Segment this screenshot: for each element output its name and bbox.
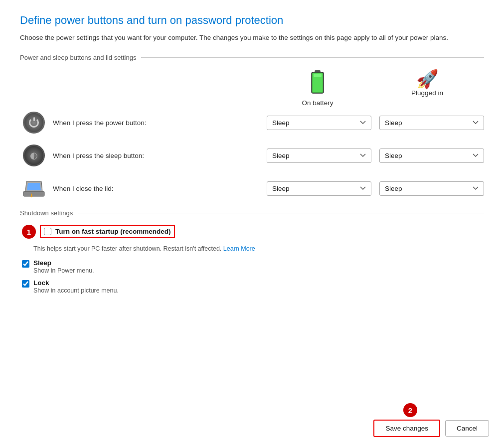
sleep-label: Sleep <box>33 259 94 267</box>
lid-battery-dropdown[interactable]: Do nothing Sleep Hibernate Shut down Tur… <box>267 181 371 196</box>
lid-row: ⬇ When I close the lid: Do nothing Sleep… <box>20 176 484 200</box>
svg-rect-3 <box>314 74 322 77</box>
sleep-checkbox-row: Sleep Show in Power menu. <box>22 259 484 274</box>
power-button-battery-dropdown-wrapper: Do nothing Sleep Hibernate Shut down Tur… <box>267 116 371 130</box>
svg-marker-6 <box>27 183 41 190</box>
plugged-column-label: Plugged in <box>411 89 443 97</box>
plugged-column-header: 🚀 Plugged in <box>372 70 482 107</box>
lid-label: When I close the lid: <box>53 185 197 192</box>
bottom-bar: 2 Save changes Cancel <box>0 412 504 445</box>
page-title: Define power buttons and turn on passwor… <box>20 14 484 27</box>
sleep-button-plugged-dropdown[interactable]: Do nothing Sleep Hibernate Shut down Tur… <box>379 148 484 163</box>
svg-text:⬇: ⬇ <box>29 193 33 198</box>
battery-icon <box>311 70 325 98</box>
page-description: Choose the power settings that you want … <box>20 33 449 43</box>
save-changes-button[interactable]: Save changes <box>373 420 440 437</box>
annotation-badge-1: 1 <box>22 225 36 239</box>
column-headers: On battery 🚀 Plugged in <box>20 70 484 107</box>
svg-rect-4 <box>23 191 44 196</box>
shutdown-section: Shutdown settings 1 Turn on fast startup… <box>20 209 484 294</box>
sleep-checkbox[interactable] <box>22 260 29 268</box>
fast-startup-label[interactable]: Turn on fast startup (recommended) <box>55 228 171 235</box>
lock-checkbox-content: Lock Show in account picture menu. <box>33 279 119 294</box>
annotation-badge-2: 2 <box>403 403 417 417</box>
fast-startup-row: Turn on fast startup (recommended) <box>40 225 175 238</box>
power-sleep-section-header: Power and sleep buttons and lid settings <box>20 54 484 61</box>
sleep-button-plugged-dropdown-wrapper: Do nothing Sleep Hibernate Shut down Tur… <box>379 148 484 163</box>
sleep-button-label: When I press the sleep button: <box>53 152 197 159</box>
cancel-button[interactable]: Cancel <box>445 420 489 437</box>
shutdown-items: 1 Turn on fast startup (recommended) Thi… <box>20 225 484 294</box>
lid-battery-dropdown-wrapper: Do nothing Sleep Hibernate Shut down Tur… <box>267 181 371 196</box>
shutdown-section-header: Shutdown settings <box>20 209 484 217</box>
learn-more-link[interactable]: Learn More <box>223 245 255 252</box>
sleep-button-row: When I press the sleep button: Do nothin… <box>20 144 484 167</box>
fast-startup-description: This helps start your PC faster after sh… <box>33 245 484 252</box>
shutdown-divider <box>78 213 484 213</box>
power-button-row: When I press the power button: Do nothin… <box>20 111 484 135</box>
power-button-battery-dropdown[interactable]: Do nothing Sleep Hibernate Shut down Tur… <box>267 116 371 130</box>
sleep-button-battery-dropdown-wrapper: Do nothing Sleep Hibernate Shut down Tur… <box>267 148 371 163</box>
lock-description: Show in account picture menu. <box>33 287 119 294</box>
lid-icon: ⬇ <box>22 176 46 200</box>
power-button-plugged-dropdown[interactable]: Do nothing Sleep Hibernate Shut down Tur… <box>379 116 484 130</box>
plugged-icon: 🚀 <box>416 70 439 88</box>
battery-column-header: On battery <box>263 70 372 107</box>
lid-plugged-dropdown-wrapper: Do nothing Sleep Hibernate Shut down Tur… <box>379 181 484 196</box>
lid-dropdowns: Do nothing Sleep Hibernate Shut down Tur… <box>197 181 484 196</box>
power-sleep-section-label: Power and sleep buttons and lid settings <box>20 54 136 61</box>
power-button-icon <box>22 111 46 135</box>
fast-startup-checkbox[interactable] <box>44 228 51 235</box>
power-button-label: When I press the power button: <box>53 119 197 127</box>
lid-plugged-dropdown[interactable]: Do nothing Sleep Hibernate Shut down Tur… <box>379 181 484 196</box>
lock-checkbox[interactable] <box>22 280 29 288</box>
shutdown-section-label: Shutdown settings <box>20 209 73 217</box>
battery-column-label: On battery <box>302 99 333 107</box>
lock-label: Lock <box>33 279 119 287</box>
sleep-button-battery-dropdown[interactable]: Do nothing Sleep Hibernate Shut down Tur… <box>267 148 371 163</box>
sleep-description: Show in Power menu. <box>33 267 94 274</box>
power-button-dropdowns: Do nothing Sleep Hibernate Shut down Tur… <box>197 116 484 130</box>
sleep-button-dropdowns: Do nothing Sleep Hibernate Shut down Tur… <box>197 148 484 163</box>
power-button-plugged-dropdown-wrapper: Do nothing Sleep Hibernate Shut down Tur… <box>379 116 484 130</box>
lock-checkbox-row: Lock Show in account picture menu. <box>22 279 484 294</box>
sleep-checkbox-content: Sleep Show in Power menu. <box>33 259 94 274</box>
sleep-button-icon <box>22 144 46 167</box>
section-divider <box>141 57 484 58</box>
